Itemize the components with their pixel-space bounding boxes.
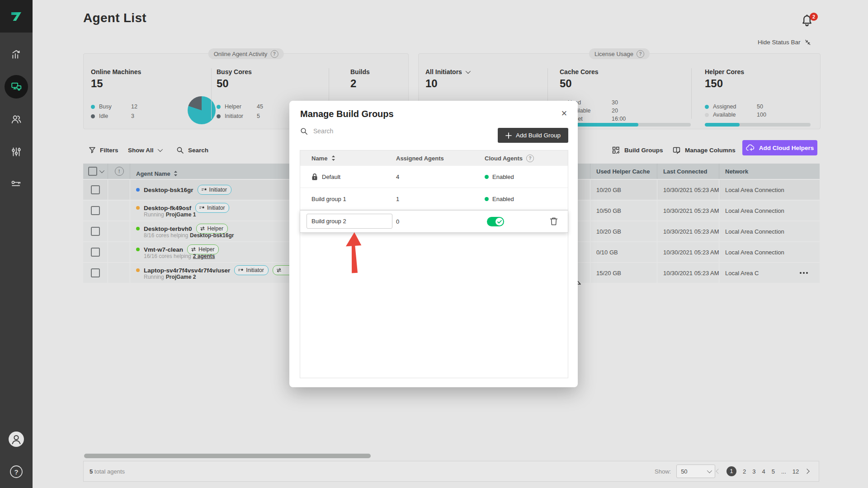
page-button[interactable]: 2 xyxy=(743,468,746,475)
row-checkbox[interactable] xyxy=(91,227,100,236)
used-helper-cache-cell: 10/20 GB xyxy=(590,180,657,200)
agent-name: Desktop-terbvh0 xyxy=(144,225,192,232)
agent-name: Laptop-sv4r7f4vsv4r7f4v/user xyxy=(144,267,230,274)
page-button[interactable]: 4 xyxy=(762,468,765,475)
toggle-check-icon xyxy=(497,220,502,224)
agents-link[interactable]: 2 agents xyxy=(193,253,215,259)
row-checkbox[interactable] xyxy=(91,206,100,215)
helper-badge-icon xyxy=(276,268,282,272)
show-label: Show: xyxy=(655,468,671,475)
sort-icon[interactable] xyxy=(174,170,178,177)
page-size-select[interactable]: 50 xyxy=(676,465,715,478)
used-helper-cache-cell: 10/20 GB xyxy=(590,221,657,241)
agent-name-header[interactable]: Agent Name xyxy=(136,170,170,177)
modal-search-input[interactable] xyxy=(312,127,432,135)
svg-text:?: ? xyxy=(14,468,18,476)
enabled-dot xyxy=(485,175,489,179)
prev-page-button[interactable] xyxy=(716,469,721,474)
build-group-name: Build group 1 xyxy=(311,196,346,202)
initiator-badge-icon xyxy=(201,188,207,192)
add-cloud-helpers-button[interactable]: Add Cloud Helpers xyxy=(742,140,817,155)
collapse-icon xyxy=(804,39,811,46)
build-group-name: Default xyxy=(322,174,340,180)
cloud-agents-status: Enabled xyxy=(492,196,514,202)
page-button-current[interactable]: 1 xyxy=(726,466,736,476)
show-all-dropdown[interactable]: Show All xyxy=(128,144,161,156)
filters-button[interactable]: Filters xyxy=(89,144,118,156)
horizontal-scrollbar[interactable] xyxy=(84,454,371,458)
page-button-last[interactable]: 12 xyxy=(793,468,799,475)
last-connected-cell: 10/30/2021 05:23 AM xyxy=(657,221,719,241)
analytics-icon[interactable] xyxy=(0,44,33,64)
sliders-icon[interactable] xyxy=(0,142,33,162)
legend-hc-assigned: Assigned 50 xyxy=(705,103,763,110)
filter-icon xyxy=(89,146,96,154)
row-checkbox[interactable] xyxy=(91,268,100,277)
total-label: total agents xyxy=(94,468,125,475)
build-group-row-editing[interactable]: 0 xyxy=(300,210,568,233)
close-icon[interactable] xyxy=(558,107,571,120)
total-count: 5 xyxy=(90,468,93,475)
chevron-down-icon[interactable] xyxy=(99,168,104,173)
online-machines-value: 15 xyxy=(91,77,103,90)
assigned-agents-value: 0 xyxy=(396,211,399,232)
build-group-name-input[interactable] xyxy=(307,214,392,229)
page-button[interactable]: 3 xyxy=(752,468,755,475)
helper-cores-value: 150 xyxy=(705,77,723,90)
modal-search[interactable] xyxy=(300,127,432,135)
next-page-button[interactable] xyxy=(805,469,810,474)
cache-cores-value: 50 xyxy=(560,77,572,90)
hide-status-bar-button[interactable]: Hide Status Bar xyxy=(758,39,811,46)
build-group-row[interactable]: Default 4 Enabled xyxy=(300,166,568,188)
cloud-agents-header[interactable]: Cloud Agents xyxy=(485,155,523,162)
cloud-plus-icon xyxy=(746,144,755,151)
build-group-row[interactable]: Build group 1 1 Enabled xyxy=(300,188,568,210)
builds-label: Builds xyxy=(350,68,370,75)
network-cell: Local Area Connection xyxy=(719,242,820,262)
manage-columns-icon xyxy=(672,146,681,155)
notifications-button[interactable]: 2 xyxy=(800,13,820,33)
all-initiators-dropdown[interactable]: All Initiators xyxy=(425,68,469,75)
manage-columns-button[interactable]: Manage Columns xyxy=(672,144,736,156)
last-connected-header[interactable]: Last Connected xyxy=(657,164,719,179)
initiator-badge: Initiator xyxy=(195,203,229,213)
legend-initiator: Initiator 5 xyxy=(217,113,260,119)
assigned-agents-value: 1 xyxy=(396,188,399,210)
network-header[interactable]: Network xyxy=(719,164,820,179)
users-icon[interactable] xyxy=(0,109,33,129)
all-initiators-value: 10 xyxy=(425,77,438,90)
legend-helper: Helper 45 xyxy=(217,103,263,110)
page-button[interactable]: 5 xyxy=(772,468,775,475)
cloud-agents-toggle[interactable] xyxy=(487,217,504,226)
helper-badge-icon xyxy=(200,226,205,231)
assigned-agents-header[interactable]: Assigned Agents xyxy=(396,150,444,166)
name-header[interactable]: Name xyxy=(311,155,327,162)
avatar-icon[interactable] xyxy=(0,429,33,449)
license-key-icon[interactable] xyxy=(0,174,33,194)
initiator-badge: Initiator xyxy=(198,185,231,195)
network-cell: Local Area Connection xyxy=(719,180,820,200)
manage-build-groups-modal: Manage Build Groups Add Build Group Name xyxy=(289,101,578,387)
agents-icon[interactable] xyxy=(5,75,28,99)
help-icon[interactable]: ? xyxy=(0,462,33,482)
sort-icon[interactable] xyxy=(331,155,335,161)
build-groups-button[interactable]: Build Groups xyxy=(612,144,663,156)
agent-name: Vmt-w7-clean xyxy=(144,246,183,253)
helper-progress-bar xyxy=(705,123,811,127)
last-connected-cell: 10/30/2021 05:23 AM xyxy=(657,263,719,283)
agent-name: Desktop-bsk16gr xyxy=(144,187,193,193)
row-checkbox[interactable] xyxy=(91,185,100,194)
table-search-button[interactable]: Search xyxy=(176,144,208,156)
row-more-button[interactable] xyxy=(800,272,808,274)
alert-column-icon[interactable] xyxy=(115,167,124,176)
add-build-group-button[interactable]: Add Build Group xyxy=(498,128,568,143)
question-icon[interactable] xyxy=(526,155,534,162)
logo-icon[interactable] xyxy=(0,0,33,33)
trash-icon[interactable] xyxy=(549,216,559,226)
used-helper-cache-header[interactable]: Used Helper Cache xyxy=(590,164,657,179)
select-all-checkbox[interactable] xyxy=(88,167,97,176)
pagination-ellipsis: ... xyxy=(781,468,786,475)
row-checkbox[interactable] xyxy=(91,248,100,257)
chevron-down-icon xyxy=(157,147,162,152)
online-machines-label: Online Machines xyxy=(91,68,141,75)
